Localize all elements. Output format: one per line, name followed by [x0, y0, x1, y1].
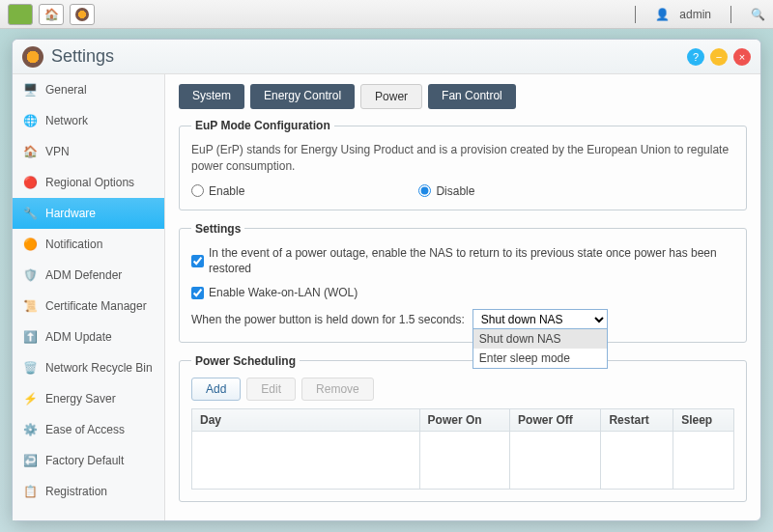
sidebar-item-ease-access[interactable]: ⚙️Ease of Access — [13, 414, 164, 445]
sidebar-item-registration[interactable]: 📋Registration — [13, 476, 164, 507]
hardware-icon: 🔧 — [22, 206, 38, 221]
power-button-dropdown: Shut down NAS Enter sleep mode — [472, 328, 608, 369]
sidebar-item-adm-update[interactable]: ⬆️ADM Update — [13, 322, 164, 352]
taskbar-left: 🏠 — [8, 4, 95, 25]
tab-energy-control[interactable]: Energy Control — [250, 84, 355, 109]
user-icon[interactable]: 👤 — [655, 8, 670, 21]
sidebar-item-energy-saver[interactable]: ⚡Energy Saver — [13, 383, 164, 414]
divider — [730, 6, 731, 23]
tab-power[interactable]: Power — [360, 84, 422, 109]
taskbar-right: 👤 admin 🔍 — [625, 6, 765, 23]
search-icon[interactable]: 🔍 — [751, 8, 765, 21]
sidebar-item-adm-defender[interactable]: 🛡️ADM Defender — [13, 260, 164, 291]
energy-icon: ⚡ — [22, 391, 38, 406]
sidebar-item-notification[interactable]: 🟠Notification — [13, 229, 164, 260]
scheduling-legend: Power Scheduling — [191, 354, 300, 368]
col-power-off[interactable]: Power Off — [510, 408, 601, 431]
task-app-icon-2[interactable]: 🏠 — [39, 4, 64, 25]
vpn-icon: 🏠 — [22, 144, 38, 159]
option-sleep[interactable]: Enter sleep mode — [473, 349, 607, 368]
col-sleep[interactable]: Sleep — [673, 408, 734, 431]
eup-legend: EuP Mode Configuration — [191, 119, 334, 132]
tabs: System Energy Control Power Fan Control — [179, 84, 747, 109]
option-shutdown[interactable]: Shut down NAS — [473, 329, 607, 349]
settings-app-icon — [22, 46, 43, 68]
regional-icon: 🔴 — [22, 175, 38, 190]
power-button-select[interactable]: Shut down NAS — [472, 309, 608, 330]
col-restart[interactable]: Restart — [601, 408, 673, 431]
sidebar-item-hardware[interactable]: 🔧Hardware — [13, 198, 164, 229]
factory-icon: ↩️ — [22, 453, 38, 468]
general-icon: 🖥️ — [22, 82, 38, 98]
network-icon: 🌐 — [22, 113, 38, 128]
notification-icon: 🟠 — [22, 237, 38, 252]
sidebar-item-vpn[interactable]: 🏠VPN — [13, 136, 164, 167]
table-row-empty — [192, 431, 734, 489]
sidebar-item-general[interactable]: 🖥️General — [13, 74, 164, 105]
schedule-table: Day Power On Power Off Restart Sleep — [191, 408, 734, 490]
power-button-label: When the power button is held down for 1… — [191, 313, 465, 326]
eup-disable-radio[interactable]: Disable — [418, 184, 474, 198]
remove-button[interactable]: Remove — [301, 378, 374, 401]
sidebar-item-network[interactable]: 🌐Network — [13, 105, 164, 136]
sidebar-item-factory[interactable]: ↩️Factory Default — [13, 445, 164, 476]
sidebar-item-regional[interactable]: 🔴Regional Options — [13, 167, 164, 198]
window-title: Settings — [51, 46, 114, 67]
settings-legend: Settings — [191, 222, 244, 236]
close-button[interactable]: × — [733, 48, 751, 66]
taskbar-username[interactable]: admin — [679, 8, 711, 21]
settings-window: Settings ? − × 🖥️General 🌐Network 🏠VPN 🔴… — [12, 39, 761, 521]
taskbar: 🏠 👤 admin 🔍 — [0, 0, 773, 29]
recycle-icon: 🗑️ — [22, 360, 38, 376]
certificate-icon: 📜 — [22, 298, 38, 314]
settings-fieldset: Settings In the event of a power outage,… — [179, 222, 747, 343]
wol-checkbox[interactable]: Enable Wake-on-LAN (WOL) — [191, 285, 734, 301]
add-button[interactable]: Add — [191, 378, 241, 401]
col-day[interactable]: Day — [192, 408, 420, 431]
footer: Apply — [179, 514, 747, 520]
sidebar-item-recycle[interactable]: 🗑️Network Recycle Bin — [13, 352, 164, 383]
ease-icon: ⚙️ — [22, 422, 38, 437]
eup-fieldset: EuP Mode Configuration EuP (ErP) stands … — [179, 119, 747, 210]
task-app-icon-1[interactable] — [8, 4, 33, 25]
content-panel: System Energy Control Power Fan Control … — [165, 74, 760, 520]
task-app-icon-settings[interactable] — [70, 4, 95, 25]
eup-enable-radio[interactable]: Enable — [191, 184, 244, 198]
minimize-button[interactable]: − — [710, 48, 728, 66]
divider — [635, 6, 636, 23]
col-power-on[interactable]: Power On — [419, 408, 510, 431]
outage-checkbox[interactable]: In the event of a power outage, enable t… — [191, 245, 734, 278]
help-button[interactable]: ? — [687, 48, 704, 66]
registration-icon: 📋 — [22, 484, 38, 499]
eup-description: EuP (ErP) stands for Energy Using Produc… — [191, 142, 734, 175]
sidebar: 🖥️General 🌐Network 🏠VPN 🔴Regional Option… — [13, 74, 165, 520]
update-icon: ⬆️ — [22, 329, 38, 345]
tab-fan-control[interactable]: Fan Control — [428, 84, 516, 109]
scheduling-fieldset: Power Scheduling Add Edit Remove Day Pow… — [179, 354, 747, 502]
tab-system[interactable]: System — [179, 84, 244, 109]
sidebar-item-certificate[interactable]: 📜Certificate Manager — [13, 291, 164, 322]
defender-icon: 🛡️ — [22, 267, 38, 283]
edit-button[interactable]: Edit — [246, 378, 296, 401]
titlebar: Settings ? − × — [13, 40, 760, 74]
